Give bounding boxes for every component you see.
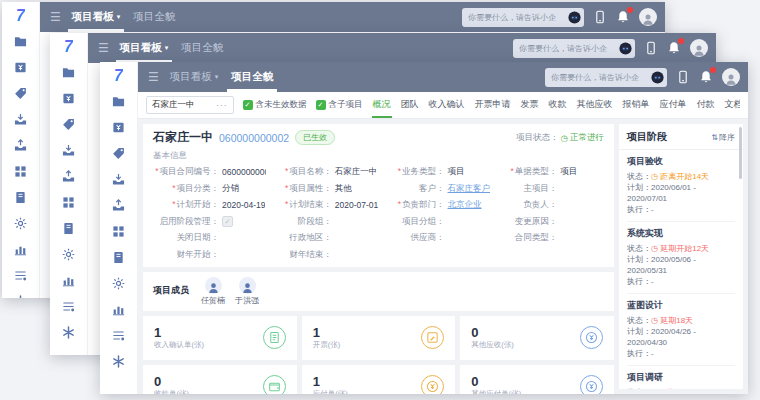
tag-icon[interactable] (14, 87, 27, 100)
basic-info-grid: *项目合同编号： 060000000002 *项目名称： 石家庄一中 *业务类型… (153, 166, 604, 261)
stage-item[interactable]: 项目验收 状态：◷ 距离开始14天 计划：2020/06/01 - 2020/0… (627, 150, 735, 222)
invoice-icon[interactable] (62, 92, 75, 105)
nav-project-overview[interactable]: 项目全貌 (131, 2, 177, 32)
assistant-search-input[interactable]: 你需要什么，请告诉小企 (545, 68, 667, 87)
phone-icon[interactable] (676, 70, 690, 84)
status-badge: 已生效 (295, 130, 335, 145)
chart-icon[interactable] (14, 243, 27, 256)
chart-icon[interactable] (62, 274, 75, 287)
inbox-icon[interactable] (62, 144, 75, 157)
bell-button[interactable] (667, 41, 681, 55)
member-icon (241, 281, 254, 294)
assistant-search-input[interactable]: 你需要什么，请告诉小企 (513, 39, 635, 58)
required-mark: * (285, 166, 288, 176)
misc-icon[interactable] (14, 295, 27, 298)
menu-icon[interactable]: ☰ (50, 10, 61, 24)
tab-item[interactable]: 收款 (548, 92, 568, 118)
stat-value: 0 (154, 374, 189, 389)
member-item[interactable]: 于洪强 (235, 277, 259, 306)
report-icon[interactable] (62, 300, 75, 313)
stage-item[interactable]: 蓝图设计 状态：◷ 延期18天 计划：2020/04/26 - 2020/04/… (627, 294, 735, 366)
info-field: *主项目： (491, 183, 604, 195)
settings-icon[interactable] (62, 248, 75, 261)
phone-icon[interactable] (593, 10, 607, 24)
more-icon[interactable]: ··· (216, 100, 228, 110)
avatar[interactable] (722, 68, 740, 86)
tab-item[interactable]: 报销单 (622, 92, 651, 118)
stat-cards: 1 收入确认单(张) 1 开票(张) (143, 316, 614, 395)
inbox-icon[interactable] (14, 113, 27, 126)
apps-icon[interactable] (62, 196, 75, 209)
menu-icon[interactable]: ☰ (98, 41, 109, 55)
settings-icon[interactable] (112, 277, 125, 290)
assistant-search-input[interactable]: 你需要什么，请告诉小企 (462, 8, 584, 27)
avatar[interactable] (690, 39, 708, 57)
report-icon[interactable] (14, 269, 27, 282)
nav-overview-label: 项目全貌 (133, 10, 175, 24)
member-item[interactable]: 任贺楠 (201, 277, 225, 306)
app-logo: 7 (114, 67, 123, 85)
tab-item[interactable]: 发票 (520, 92, 540, 118)
required-mark: * (398, 199, 401, 209)
project-code-link[interactable]: 060000000002 (219, 132, 289, 144)
stage-item[interactable]: 系统实现 状态：◷ 延期开始12天 计划：2020/05/06 - 2020/0… (627, 222, 735, 294)
notebook-icon[interactable] (14, 191, 27, 204)
notebook-icon[interactable] (112, 251, 125, 264)
checkbox-checked-icon: ✓ (243, 100, 253, 110)
nav-project-board[interactable]: 项目看板 ▾ (168, 62, 221, 92)
tab-item[interactable]: 概况 (372, 92, 392, 118)
stat-card: 1 开票(张) (302, 316, 456, 360)
tag-icon[interactable] (112, 147, 125, 160)
required-mark: * (172, 183, 175, 193)
bell-button[interactable] (616, 10, 630, 24)
report-icon[interactable] (112, 329, 125, 342)
settings-icon[interactable] (14, 217, 27, 230)
phone-icon[interactable] (644, 41, 658, 55)
folder-icon[interactable] (112, 95, 125, 108)
scrollbar-thumb[interactable] (739, 127, 742, 179)
nav-project-board[interactable]: 项目看板 ▾ (118, 33, 171, 63)
tab-item[interactable]: 其他应收 (576, 92, 614, 118)
sort-descending-button[interactable]: ⇅ 降序 (711, 132, 735, 143)
project-filter-input[interactable]: 石家庄一中 ··· (146, 96, 234, 114)
checkbox-include-subprojects[interactable]: ✓ 含子项目 (316, 99, 363, 111)
outbox-icon[interactable] (14, 139, 27, 152)
invoice-icon[interactable] (14, 61, 27, 74)
apps-icon[interactable] (112, 225, 125, 238)
inbox-icon[interactable] (112, 173, 125, 186)
tab-item[interactable]: 付款 (696, 92, 716, 118)
info-field: *变更原因： (491, 216, 604, 228)
checkbox-include-inactive[interactable]: ✓ 含未生效数据 (243, 99, 307, 111)
stat-value: 0 (471, 374, 521, 389)
invoice-icon[interactable] (112, 121, 125, 134)
info-field: *项目分类： 分销 (153, 183, 266, 195)
stat-card: 0 其他应付单(张) (460, 365, 614, 395)
outbox-icon[interactable] (62, 170, 75, 183)
nav-project-board[interactable]: 项目看板 ▾ (70, 2, 123, 32)
notebook-icon[interactable] (62, 222, 75, 235)
coin-icon (585, 331, 598, 344)
stage-list: 项目验收 状态：◷ 距离开始14天 计划：2020/06/01 - 2020/0… (619, 150, 743, 389)
nav-project-overview[interactable]: 项目全貌 (179, 33, 225, 63)
outbox-icon[interactable] (112, 199, 125, 212)
avatar[interactable] (639, 8, 657, 26)
tab-item[interactable]: 团队 (400, 92, 420, 118)
tab-item[interactable]: 文档 (724, 92, 740, 118)
app-sidebar: 7 (2, 2, 40, 298)
bell-button[interactable] (699, 70, 713, 84)
stage-item[interactable]: 项目调研 状态：◷ 延期23天 计划：2020/04/19 - 执行： (627, 366, 735, 389)
chart-icon[interactable] (112, 303, 125, 316)
tab-item[interactable]: 应付单 (659, 92, 688, 118)
tab-item[interactable]: 开票申请 (474, 92, 512, 118)
robot-icon (568, 11, 581, 24)
folder-icon[interactable] (62, 66, 75, 79)
nav-project-overview[interactable]: 项目全貌 (229, 62, 275, 92)
filter-bar: 石家庄一中 ··· ✓ 含未生效数据 ✓ 含子项目 概况团队收入确认开票申请发票… (138, 92, 748, 119)
menu-icon[interactable]: ☰ (148, 70, 159, 84)
tab-item[interactable]: 收入确认 (428, 92, 466, 118)
misc-icon[interactable] (112, 355, 125, 368)
tag-icon[interactable] (62, 118, 75, 131)
folder-icon[interactable] (14, 35, 27, 48)
apps-icon[interactable] (14, 165, 27, 178)
misc-icon[interactable] (62, 326, 75, 339)
